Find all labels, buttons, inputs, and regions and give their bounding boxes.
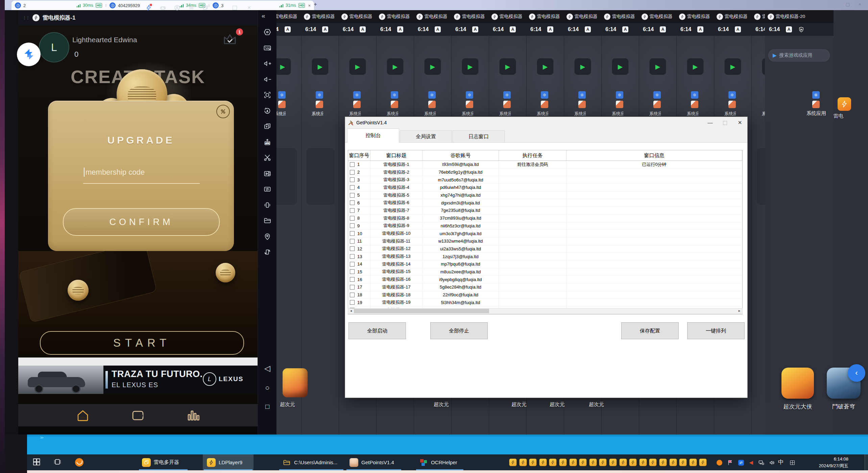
sidebar-collapse-ball[interactable]: ‹ bbox=[848, 364, 865, 382]
taskbar-item-LDPlayer9[interactable]: LDPlayer9 bbox=[203, 454, 254, 470]
avatar[interactable]: L bbox=[39, 32, 69, 63]
game-app-icon[interactable] bbox=[283, 368, 308, 397]
browser-tab[interactable]: 230msHD× bbox=[11, 1, 111, 10]
system-files-icon[interactable] bbox=[428, 101, 436, 108]
row-checkbox[interactable] bbox=[350, 285, 355, 290]
row-checkbox[interactable] bbox=[350, 193, 355, 198]
system-gear-icon[interactable] bbox=[728, 91, 736, 99]
taskbar-ld-instance-icon[interactable] bbox=[529, 458, 537, 466]
ime-language-indicator[interactable]: 中 bbox=[778, 458, 784, 466]
video-record-icon[interactable] bbox=[262, 168, 273, 179]
system-files-icon[interactable] bbox=[616, 101, 623, 108]
boost-icon[interactable] bbox=[145, 4, 152, 11]
gamepad-icon[interactable] bbox=[160, 4, 166, 11]
taskbar-item-C:\Users\Adminis...[interactable]: C:\Users\Adminis... bbox=[278, 454, 344, 470]
home-tab-icon[interactable] bbox=[76, 408, 90, 422]
system-files-icon[interactable] bbox=[278, 101, 286, 108]
taskbar-ld-instance-icon[interactable] bbox=[629, 458, 637, 466]
system-files-icon[interactable] bbox=[503, 101, 511, 108]
taskbar-ld-instance-icon[interactable] bbox=[559, 458, 567, 466]
row-checkbox[interactable] bbox=[350, 246, 355, 251]
ld-store-app-icon[interactable] bbox=[838, 97, 851, 111]
taskbar-ld-instance-icon[interactable] bbox=[669, 458, 677, 466]
table-row[interactable]: 12雷电模拟器-12ui2a33ws5@fuqia.ltd bbox=[348, 245, 742, 253]
system-files-icon[interactable] bbox=[391, 101, 398, 108]
system-files-icon[interactable] bbox=[541, 101, 548, 108]
toolbar-collapse-button[interactable]: « bbox=[262, 12, 265, 20]
taskbar-ld-instance-icon[interactable] bbox=[519, 458, 527, 466]
row-checkbox[interactable] bbox=[350, 223, 355, 228]
taskbar-item-GetPointsV1.4[interactable]: GetPointsV1.4 bbox=[345, 454, 402, 470]
row-checkbox[interactable] bbox=[350, 231, 355, 236]
system-gear-icon[interactable] bbox=[578, 91, 586, 99]
row-checkbox[interactable] bbox=[350, 277, 355, 282]
tab-日志窗口[interactable]: 日志窗口 bbox=[453, 130, 505, 142]
start-button[interactable]: START bbox=[40, 331, 244, 355]
taskbar-ld-instance-icon[interactable] bbox=[609, 458, 617, 466]
taskbar-ld-instance-icon[interactable] bbox=[599, 458, 607, 466]
system-files-icon[interactable] bbox=[466, 101, 473, 108]
row-checkbox[interactable] bbox=[350, 216, 355, 221]
show-desktop-button[interactable] bbox=[865, 454, 868, 470]
stats-tab-icon[interactable] bbox=[186, 408, 200, 422]
system-gear-icon[interactable] bbox=[466, 91, 473, 99]
screenshot-clip-icon[interactable] bbox=[262, 152, 273, 163]
maximize-button[interactable] bbox=[230, 3, 239, 12]
system-gear-icon[interactable] bbox=[316, 91, 323, 99]
launch-play-button[interactable]: ▶ bbox=[574, 58, 591, 75]
launch-play-button[interactable]: ▶ bbox=[349, 58, 366, 75]
system-gear-icon[interactable] bbox=[653, 91, 661, 99]
system-gear-icon[interactable] bbox=[691, 91, 698, 99]
row-checkbox[interactable] bbox=[350, 200, 355, 205]
table-row[interactable]: 8雷电模拟器-837cm893iu@fuqia.ltd bbox=[348, 215, 742, 222]
horizontal-scrollbar[interactable]: ◄ ► bbox=[348, 308, 743, 314]
table-row[interactable]: 4雷电模拟器-4pd6uiwh47@fuqia.ltd bbox=[348, 184, 742, 192]
table-row[interactable]: 18雷电模拟器-1822rif9oc@fuqia.ltd bbox=[348, 291, 742, 299]
system-gear-icon[interactable] bbox=[812, 91, 820, 99]
operation-record-icon[interactable] bbox=[262, 27, 273, 38]
scroll-thumb[interactable] bbox=[354, 309, 489, 313]
row-checkbox[interactable] bbox=[350, 162, 355, 167]
taskbar-ld-instance-icon[interactable] bbox=[699, 458, 707, 466]
tray-network-icon[interactable] bbox=[758, 459, 765, 466]
tray-flag-icon[interactable] bbox=[727, 459, 733, 466]
ad-banner[interactable]: TRAZA TU FUTURO. EL LEXUS ES L LEXUS bbox=[18, 366, 258, 394]
emulator-titlebar[interactable]: ⋮⋮ 雷电模拟器-1 bbox=[18, 10, 258, 25]
system-files-icon[interactable] bbox=[812, 101, 820, 108]
taskbar-ld-instance-icon[interactable] bbox=[649, 458, 657, 466]
row-checkbox[interactable] bbox=[350, 185, 355, 190]
fullscreen-icon[interactable] bbox=[262, 90, 273, 100]
getpoints-titlebar[interactable]: GetPointsV1.4 — ✕ bbox=[345, 117, 747, 128]
taskbar-ld-instance-icon[interactable] bbox=[689, 458, 697, 466]
tray-app-icon[interactable] bbox=[716, 459, 723, 466]
table-row[interactable]: 17雷电模拟器-175g8ec284h@fuqia.ltd bbox=[348, 283, 742, 291]
system-gear-icon[interactable] bbox=[428, 91, 436, 99]
new-instance-icon[interactable] bbox=[262, 121, 273, 132]
strip-restore-button[interactable]: ▢ bbox=[846, 2, 850, 7]
row-checkbox[interactable] bbox=[350, 293, 355, 297]
taskbar-ld-instance-icon[interactable] bbox=[569, 458, 577, 466]
taskbar-ld-instance-icon[interactable] bbox=[579, 458, 587, 466]
system-files-icon[interactable] bbox=[728, 101, 736, 108]
recents-button[interactable]: □ bbox=[258, 403, 277, 410]
gp-maximize-button[interactable] bbox=[718, 117, 732, 128]
launch-play-button[interactable]: ▶ bbox=[499, 58, 516, 75]
rotate-screen-icon[interactable] bbox=[262, 247, 273, 257]
button-全部停止[interactable]: 全部停止 bbox=[430, 322, 488, 339]
taskbar-ld-instance-icon[interactable] bbox=[539, 458, 547, 466]
task-view-button[interactable] bbox=[53, 458, 62, 467]
wallet-tab-icon[interactable] bbox=[131, 408, 145, 422]
taskbar-ld-instance-icon[interactable] bbox=[619, 458, 627, 466]
system-gear-icon[interactable] bbox=[541, 91, 548, 99]
table-row[interactable]: 9雷电模拟器-9nii6h5z3cr@fuqia.ltd bbox=[348, 222, 742, 230]
button-全部启动[interactable]: 全部启动 bbox=[348, 322, 406, 339]
new-tab-button[interactable]: + bbox=[314, 1, 317, 8]
tray-anydesk-icon[interactable]: ◀ bbox=[748, 459, 754, 466]
launch-play-button[interactable]: ▶ bbox=[537, 58, 554, 75]
row-checkbox[interactable] bbox=[350, 269, 355, 274]
table-row[interactable]: 2雷电模拟器-276eb6z9g1y@fuqia.ltd bbox=[348, 169, 742, 176]
gp-close-button[interactable]: ✕ bbox=[732, 117, 747, 128]
system-gear-icon[interactable] bbox=[391, 91, 398, 99]
system-files-icon[interactable] bbox=[353, 101, 361, 108]
row-checkbox[interactable] bbox=[350, 262, 355, 267]
